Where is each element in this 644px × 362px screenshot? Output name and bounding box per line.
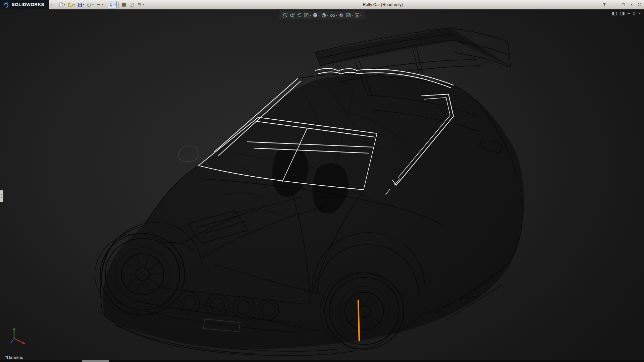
dropdown-caret[interactable]: ▾ — [64, 3, 65, 6]
dropdown-caret[interactable]: ▾ — [92, 3, 94, 6]
featuremanager-expand-tab[interactable]: ◂ ▸ — [0, 190, 3, 202]
printer-icon — [87, 2, 92, 7]
previous-window-button[interactable] — [612, 12, 617, 15]
display-style-icon — [321, 12, 327, 18]
window-controls: ? – □ × — [602, 0, 642, 9]
dassault-3ds-logo-icon — [3, 1, 9, 8]
edit-appearance-ball-icon — [338, 12, 344, 18]
previous-view-icon — [297, 12, 302, 18]
display-style-button[interactable]: ▾ — [321, 11, 329, 19]
dropdown-caret[interactable]: ▾ — [352, 14, 353, 17]
dropdown-caret[interactable]: ▾ — [102, 3, 103, 6]
help-button[interactable]: ? — [602, 1, 607, 8]
undo-button[interactable]: ▾ — [95, 1, 104, 8]
titlebar: SOLIDWORKS ▸ ▾ ▾ ▾ ▾ — [0, 0, 644, 9]
section-view-button[interactable]: ▾ — [303, 11, 311, 19]
view-settings-icon — [354, 12, 360, 18]
status-strip-segment — [82, 360, 109, 362]
save-button[interactable]: ▾ — [76, 1, 85, 8]
window-title: Rally Car [Read-only] — [363, 2, 403, 7]
dropdown-caret[interactable]: ▾ — [310, 14, 311, 17]
new-button[interactable]: ▾ — [57, 1, 66, 8]
dropdown-caret[interactable]: ▾ — [336, 14, 337, 17]
dropdown-caret[interactable]: ▾ — [318, 14, 320, 17]
pane-left-icon — [612, 12, 617, 15]
toolbar-separator — [118, 2, 119, 8]
sheet-properties-button[interactable] — [128, 1, 136, 8]
dropdown-caret[interactable]: ▾ — [73, 3, 75, 6]
restore-button[interactable]: □ — [621, 1, 626, 8]
select-button[interactable]: ▾ — [108, 1, 117, 8]
dropdown-caret[interactable]: ▾ — [360, 14, 362, 17]
print-button[interactable]: ▾ — [86, 1, 95, 8]
document-window-controls: – □ × — [612, 11, 641, 16]
menu-expand-button[interactable]: ▸ — [49, 1, 54, 8]
section-view-icon — [304, 12, 309, 18]
view-orientation-cube-icon — [312, 12, 318, 18]
new-document-icon — [58, 2, 64, 7]
view-orientation-label: *Dimetric — [5, 355, 23, 360]
zoom-to-fit-icon — [282, 12, 288, 18]
doc-restore-button[interactable]: □ — [633, 11, 635, 16]
orientation-triad — [10, 327, 25, 345]
options-sliders-icon — [137, 2, 142, 7]
dropdown-caret[interactable]: ▾ — [114, 3, 116, 6]
dropdown-caret[interactable]: ▾ — [327, 14, 328, 17]
view-orientation-button[interactable]: ▾ — [312, 11, 320, 19]
zoom-to-area-button[interactable] — [289, 11, 296, 19]
options-button[interactable]: ▾ — [136, 1, 145, 8]
model-canvas[interactable] — [0, 9, 644, 360]
brand-text: SOLIDWORKS — [12, 2, 44, 7]
minimize-button[interactable]: – — [612, 1, 618, 8]
status-strip — [0, 360, 644, 362]
zoom-to-area-icon — [289, 12, 295, 18]
undo-arrow-icon — [96, 2, 101, 7]
dropdown-caret[interactable]: ▾ — [143, 3, 144, 6]
next-window-button[interactable] — [620, 12, 625, 15]
graphics-viewport[interactable]: ▾ ▾ ▾ ▾ — [0, 9, 644, 360]
selected-edge[interactable] — [358, 301, 359, 341]
edit-appearance-button[interactable] — [338, 11, 344, 19]
doc-close-button[interactable]: × — [638, 11, 641, 16]
hide-show-items-button[interactable]: ▾ — [329, 11, 337, 19]
save-floppy-icon — [77, 2, 83, 7]
expand-right-arrow-icon: ▸ — [1, 196, 2, 199]
dropdown-caret[interactable]: ▾ — [83, 3, 84, 6]
zoom-to-fit-button[interactable] — [282, 11, 288, 19]
solidworks-brand: SOLIDWORKS — [0, 0, 49, 9]
view-settings-button[interactable]: ▾ — [354, 11, 362, 19]
sheet-icon — [129, 2, 135, 7]
open-button[interactable]: ▾ — [67, 1, 76, 8]
standard-toolbar: ▾ ▾ ▾ ▾ ▾ — [57, 1, 145, 8]
pane-right-icon — [620, 12, 625, 15]
apply-scene-icon — [345, 12, 351, 18]
open-folder-icon — [68, 2, 73, 7]
apply-scene-button[interactable]: ▾ — [345, 11, 353, 19]
solidworks-resources-icon — [637, 2, 642, 7]
select-cursor-icon — [109, 2, 114, 7]
appearances-button[interactable] — [120, 1, 128, 8]
toolbar-separator — [106, 2, 106, 8]
doc-minimize-button[interactable]: – — [628, 11, 630, 16]
close-button[interactable]: × — [629, 1, 634, 8]
hide-show-glasses-icon — [330, 12, 335, 18]
expand-left-arrow-icon: ◂ — [1, 193, 2, 196]
previous-view-button[interactable] — [296, 11, 303, 19]
color-swatch-icon — [121, 2, 127, 7]
headsup-toolbar: ▾ ▾ ▾ ▾ — [279, 11, 365, 19]
